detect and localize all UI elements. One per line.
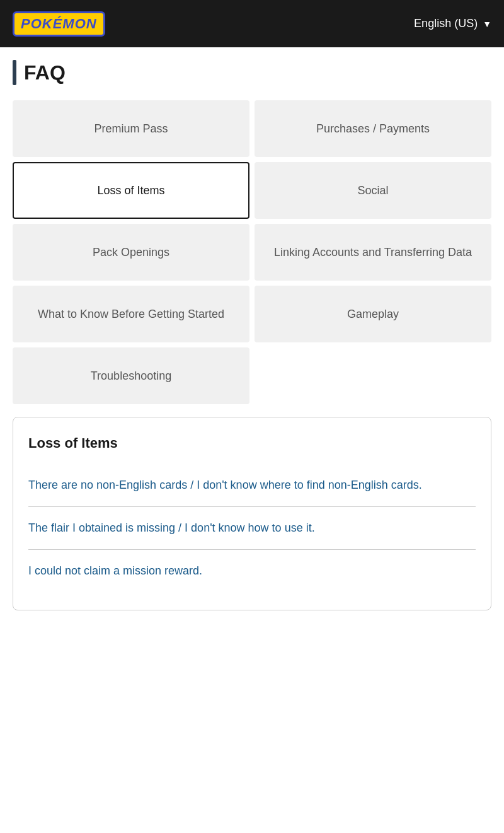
language-selector[interactable]: English (US) ▼ [414,17,491,30]
category-grid: Premium Pass Purchases / Payments Loss o… [13,100,491,404]
category-troubleshooting[interactable]: Troubleshooting [13,347,249,404]
faq-title-section: FAQ [13,60,491,85]
category-purchases-payments[interactable]: Purchases / Payments [255,100,491,157]
language-label: English (US) [414,17,478,30]
category-gameplay[interactable]: Gameplay [255,286,491,342]
category-pack-openings[interactable]: Pack Openings [13,224,249,281]
faq-link-2[interactable]: The flair I obtained is missing / I don'… [28,507,476,550]
faq-link-3[interactable]: I could not claim a mission reward. [28,550,476,592]
category-premium-pass[interactable]: Premium Pass [13,100,249,157]
category-social[interactable]: Social [255,162,491,219]
pokemon-logo[interactable]: POKÉMON [13,11,105,37]
chevron-down-icon: ▼ [483,19,491,29]
category-linking-accounts[interactable]: Linking Accounts and Transferring Data [255,224,491,281]
logo-text: POKÉMON [21,16,97,32]
page-title: FAQ [24,61,66,84]
detail-title: Loss of Items [28,435,476,451]
category-what-to-know[interactable]: What to Know Before Getting Started [13,286,249,342]
main-content: FAQ Premium Pass Purchases / Payments Lo… [0,47,504,623]
detail-card: Loss of Items There are no non-English c… [13,417,491,610]
faq-link-1[interactable]: There are no non-English cards / I don't… [28,464,476,507]
category-loss-of-items[interactable]: Loss of Items [13,162,249,219]
accent-bar [13,60,16,85]
header: POKÉMON English (US) ▼ [0,0,504,47]
